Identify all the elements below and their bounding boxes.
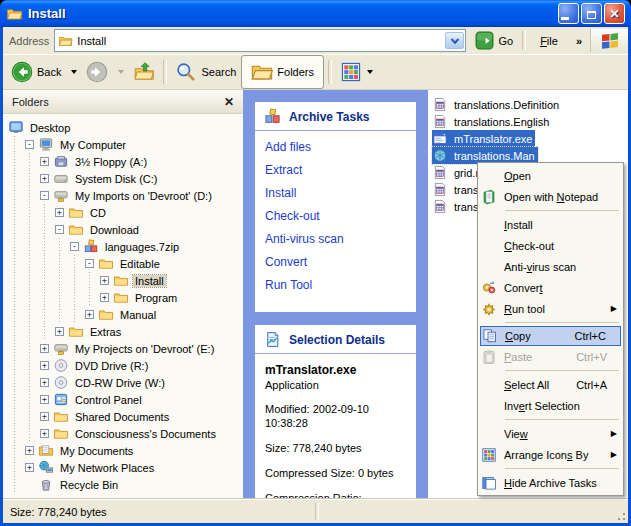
task-link[interactable]: Install: [265, 186, 406, 200]
tree-expander[interactable]: +: [82, 306, 97, 323]
tree-item[interactable]: Recycle Bin: [7, 476, 243, 493]
menu-file[interactable]: File: [531, 33, 567, 49]
tree-item[interactable]: +3½ Floppy (A:): [7, 153, 243, 170]
menu-item-view[interactable]: View▶: [480, 423, 621, 444]
back-button[interactable]: Back: [7, 58, 65, 86]
task-link[interactable]: Convert: [265, 255, 406, 269]
tree-item[interactable]: +My Documents: [7, 442, 243, 459]
menu-item-label: Copy: [505, 330, 531, 342]
tree-expander[interactable]: +: [37, 374, 52, 391]
archive-tasks-links: Add filesExtractInstallCheck-outAnti-vir…: [255, 131, 416, 312]
menu-item-open-with-notepad[interactable]: Open with Notepad: [480, 186, 621, 207]
tree-expander[interactable]: +: [37, 170, 52, 187]
tree-expander[interactable]: -: [82, 255, 97, 272]
menu-item-anti-virus-scan[interactable]: Anti-virus scan: [480, 256, 621, 277]
tree-item[interactable]: +Program: [7, 289, 243, 306]
window-controls: ✕: [558, 3, 625, 24]
menu-overflow-chevron[interactable]: »: [572, 35, 585, 47]
tree-guide: [82, 272, 97, 289]
tree-item-label: Editable: [118, 258, 162, 270]
tree-expander[interactable]: +: [37, 340, 52, 357]
address-combobox[interactable]: Install: [54, 29, 466, 52]
tree-expander[interactable]: +: [37, 391, 52, 408]
menu-item-hide-archive-tasks[interactable]: Hide Archive Tasks: [480, 472, 621, 493]
tree-item[interactable]: -languages.7zip: [7, 238, 243, 255]
tree-guide: [22, 323, 37, 340]
tree-expander[interactable]: +: [97, 272, 112, 289]
tree-expander[interactable]: +: [97, 289, 112, 306]
task-link[interactable]: Anti-virus scan: [265, 232, 406, 246]
menu-item-convert[interactable]: Convert: [480, 277, 621, 298]
tree-item[interactable]: +DVD Drive (R:): [7, 357, 243, 374]
tree-item[interactable]: -My Imports on 'Devroot' (D:): [7, 187, 243, 204]
tree-expander[interactable]: +: [22, 459, 37, 476]
tree-item[interactable]: Desktop: [7, 119, 243, 136]
tree-item[interactable]: +System Disk (C:): [7, 170, 243, 187]
forward-dropdown[interactable]: [113, 67, 128, 77]
tree-expander[interactable]: +: [37, 357, 52, 374]
tree-item[interactable]: +Consciousness's Documents: [7, 425, 243, 442]
menu-item-paste[interactable]: PasteCtrl+V: [480, 346, 621, 367]
tree-expander[interactable]: -: [22, 136, 37, 153]
tree-item[interactable]: -Download: [7, 221, 243, 238]
combo-dropdown-button[interactable]: [445, 32, 464, 49]
task-pane: Archive Tasks Add filesExtractInstallChe…: [243, 90, 428, 499]
back-dropdown[interactable]: [66, 67, 81, 77]
forward-button[interactable]: [82, 58, 112, 86]
task-link[interactable]: Extract: [265, 163, 406, 177]
menu-item-copy[interactable]: CopyCtrl+C: [480, 326, 621, 346]
menu-item-open[interactable]: Open: [480, 165, 621, 186]
tree-expander[interactable]: -: [52, 221, 67, 238]
go-button[interactable]: Go: [471, 31, 517, 50]
menu-item-install[interactable]: Install: [480, 214, 621, 235]
tree-item[interactable]: +My Network Places: [7, 459, 243, 476]
floppy-icon: [52, 154, 70, 169]
tree-expander[interactable]: -: [37, 187, 52, 204]
file-item[interactable]: mTranslator.exe: [432, 130, 535, 147]
folders-button[interactable]: Folders: [241, 55, 324, 89]
tree-item[interactable]: +Extras: [7, 323, 243, 340]
views-button[interactable]: [336, 58, 377, 86]
close-button[interactable]: ✕: [604, 3, 625, 24]
minimize-icon: [561, 17, 569, 20]
menu-item-invert-selection[interactable]: Invert Selection: [480, 395, 621, 416]
tree-expander[interactable]: +: [52, 204, 67, 221]
tree-item[interactable]: +My Projects on 'Devroot' (E:): [7, 340, 243, 357]
file-item[interactable]: translations.Definition: [432, 96, 562, 113]
file-item[interactable]: translations.English: [432, 113, 552, 130]
tree-guide: [22, 170, 37, 187]
tree-expander[interactable]: +: [22, 442, 37, 459]
search-button[interactable]: Search: [171, 58, 240, 86]
menu-item-label: Open: [504, 170, 531, 182]
separator: [315, 503, 319, 520]
menu-item-check-out[interactable]: Check-out: [480, 235, 621, 256]
tree-item[interactable]: +Manual: [7, 306, 243, 323]
tree-item[interactable]: -Editable: [7, 255, 243, 272]
maximize-button[interactable]: [581, 3, 602, 24]
resize-grip[interactable]: [614, 509, 627, 522]
up-button[interactable]: [129, 58, 159, 86]
menu-item-arrange-icons-by[interactable]: Arrange Icons By▶: [480, 444, 621, 465]
task-link[interactable]: Check-out: [265, 209, 406, 223]
tree-item[interactable]: -My Computer: [7, 136, 243, 153]
menu-item-run-tool[interactable]: Run tool▶: [480, 298, 621, 319]
tree-item[interactable]: +CD-RW Drive (W:): [7, 374, 243, 391]
menu-item-select-all[interactable]: Select AllCtrl+A: [480, 374, 621, 395]
tree-item[interactable]: +Install: [7, 272, 243, 289]
tree-item[interactable]: +CD: [7, 204, 243, 221]
tree-expander[interactable]: +: [52, 323, 67, 340]
task-link[interactable]: Run Tool: [265, 278, 406, 292]
tree-expander[interactable]: +: [37, 153, 52, 170]
disk-icon: [52, 171, 70, 186]
tree-expander[interactable]: -: [67, 238, 82, 255]
tree-item[interactable]: +Shared Documents: [7, 408, 243, 425]
folder-open-icon: [58, 34, 73, 48]
tree-guide: [7, 255, 22, 272]
close-pane-icon[interactable]: ✕: [224, 96, 234, 108]
file-name: translations.Man: [451, 150, 538, 162]
minimize-button[interactable]: [558, 3, 579, 24]
tree-expander[interactable]: +: [37, 425, 52, 442]
tree-expander[interactable]: +: [37, 408, 52, 425]
tree-item[interactable]: +Control Panel: [7, 391, 243, 408]
task-link[interactable]: Add files: [265, 140, 406, 154]
